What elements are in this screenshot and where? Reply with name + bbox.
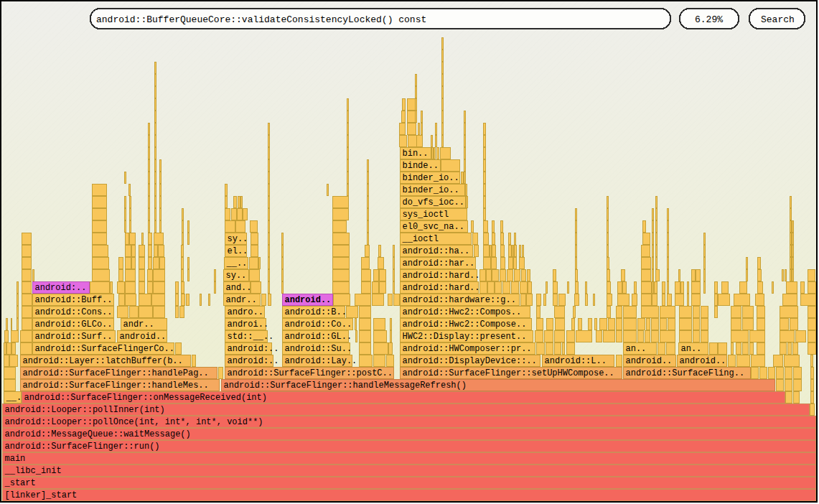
svg-text:Search: Search bbox=[761, 14, 795, 25]
svg-text:android::BufferQueueCore::vali: android::BufferQueueCore::validateConsis… bbox=[96, 14, 426, 25]
svg-text:sys_ioctl: sys_ioctl bbox=[403, 210, 449, 220]
svg-text:bin..: bin.. bbox=[403, 149, 429, 159]
svg-text:android::HWComposer::pr..: android::HWComposer::pr.. bbox=[403, 344, 532, 354]
svg-text:andro..: andro.. bbox=[228, 307, 263, 317]
svg-text:el0_svc_na..: el0_svc_na.. bbox=[403, 222, 464, 232]
svg-text:android:..: android:.. bbox=[35, 283, 87, 293]
svg-text:__ioctl: __ioctl bbox=[402, 234, 439, 244]
svg-text:sy..: sy.. bbox=[226, 271, 247, 281]
svg-text:android::GL..: android::GL.. bbox=[285, 332, 352, 342]
svg-text:__.: __. bbox=[6, 393, 22, 403]
svg-text:android::B..: android::B.. bbox=[285, 307, 347, 317]
svg-text:and..: and.. bbox=[226, 283, 252, 293]
svg-text:HWC2::Display::present..: HWC2::Display::present.. bbox=[403, 332, 527, 342]
svg-text:android::GLCo..: android::GLCo.. bbox=[35, 319, 113, 330]
svg-text:android::MessageQueue::waitMes: android::MessageQueue::waitMessage() bbox=[5, 429, 191, 439]
svg-text:android::hard..: android::hard.. bbox=[403, 271, 480, 281]
svg-text:android:..: android:.. bbox=[228, 344, 279, 354]
svg-text:android::Lay..: android::Lay.. bbox=[285, 356, 357, 366]
svg-text:android::SurfaceFlinger::handl: android::SurfaceFlinger::handlePag.. bbox=[23, 368, 209, 378]
svg-text:android::Surf..: android::Surf.. bbox=[35, 332, 113, 342]
svg-text:andr..: andr.. bbox=[226, 295, 257, 305]
svg-text:main: main bbox=[5, 454, 26, 464]
svg-text:_start: _start bbox=[4, 478, 36, 488]
svg-text:[linker]_start: [linker]_start bbox=[5, 490, 78, 500]
svg-text:android::SurfaceFlingerCo..: android::SurfaceFlingerCo.. bbox=[35, 344, 174, 354]
svg-text:6.29%: 6.29% bbox=[695, 14, 723, 25]
svg-text:android::SurfaceFlinger::handl: android::SurfaceFlinger::handleMes.. bbox=[23, 381, 209, 391]
svg-text:binder_io..: binder_io.. bbox=[403, 185, 459, 195]
svg-text:android::SurfaceFlinger::onMes: android::SurfaceFlinger::onMessageReceiv… bbox=[24, 393, 267, 403]
svg-text:android::hardware::g..: android::hardware::g.. bbox=[403, 295, 516, 305]
svg-text:std::__..: std::__.. bbox=[228, 332, 274, 342]
svg-text:android::ha..: android::ha.. bbox=[403, 246, 470, 256]
svg-text:android::SurfaceFlinger::setUp: android::SurfaceFlinger::setUpHWCompose.… bbox=[403, 368, 614, 378]
svg-text:android..: android.. bbox=[626, 356, 673, 366]
svg-text:android::SurfaceFlinger::postC: android::SurfaceFlinger::postC.. bbox=[228, 368, 393, 378]
svg-text:el..: el.. bbox=[228, 246, 248, 256]
svg-text:android::Buff..: android::Buff.. bbox=[35, 295, 113, 305]
svg-text:andr..: andr.. bbox=[123, 319, 154, 330]
svg-text:__libc_init: __libc_init bbox=[4, 466, 62, 476]
svg-text:android::Looper::pollInner(int: android::Looper::pollInner(int) bbox=[5, 405, 165, 415]
svg-text:an..: an.. bbox=[626, 344, 647, 354]
svg-text:android::SurfaceFling..: android::SurfaceFling.. bbox=[626, 368, 745, 378]
svg-text:android::Looper::pollOnce(int,: android::Looper::pollOnce(int, int*, int… bbox=[5, 417, 263, 427]
svg-text:android::SurfaceFlinger::handl: android::SurfaceFlinger::handleMessageRe… bbox=[224, 381, 467, 391]
svg-text:android::L..: android::L.. bbox=[545, 356, 607, 366]
svg-text:android::har..: android::har.. bbox=[403, 258, 475, 269]
svg-text:android::Cons..: android::Cons.. bbox=[35, 307, 113, 317]
svg-text:sy..: sy.. bbox=[228, 234, 248, 244]
svg-text:android..: android.. bbox=[285, 295, 332, 305]
svg-text:android::hard..: android::hard.. bbox=[403, 283, 480, 293]
svg-text:android:..: android:.. bbox=[228, 356, 279, 366]
svg-text:__..: __.. bbox=[226, 258, 248, 269]
svg-text:do_vfs_ioc..: do_vfs_ioc.. bbox=[403, 197, 464, 207]
svg-text:android::SurfaceFlinger::run(): android::SurfaceFlinger::run() bbox=[5, 442, 160, 452]
svg-text:android::Hwc2::Compos..: android::Hwc2::Compos.. bbox=[403, 307, 522, 317]
svg-text:binde..: binde.. bbox=[403, 161, 439, 171]
svg-text:android::Layer::latchBuffer(b.: android::Layer::latchBuffer(b.. bbox=[23, 356, 183, 366]
svg-text:android::Su..: android::Su.. bbox=[285, 344, 352, 354]
svg-text:binder_io..: binder_io.. bbox=[403, 173, 459, 183]
svg-text:android::DisplayDevice::..: android::DisplayDevice::.. bbox=[403, 356, 537, 366]
svg-text:an..: an.. bbox=[681, 344, 702, 354]
svg-text:android::Co..: android::Co.. bbox=[285, 319, 352, 330]
svg-text:android..: android.. bbox=[680, 356, 726, 366]
svg-text:android..: android.. bbox=[120, 332, 167, 342]
svg-text:androi..: androi.. bbox=[228, 319, 269, 330]
svg-text:android::Hwc2::Compose..: android::Hwc2::Compose.. bbox=[403, 319, 527, 330]
